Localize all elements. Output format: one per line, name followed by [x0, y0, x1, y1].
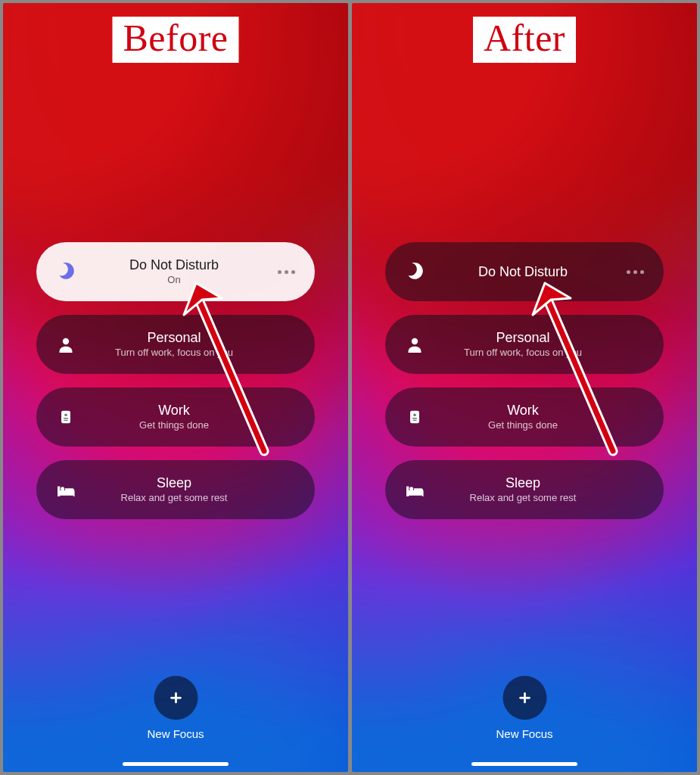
- focus-subtitle: On: [167, 275, 180, 286]
- focus-title: Do Not Disturb: [478, 264, 568, 280]
- focus-options-button[interactable]: [269, 270, 295, 274]
- person-icon: [402, 335, 428, 353]
- badge-icon: [402, 408, 428, 426]
- before-label: Before: [112, 17, 238, 63]
- new-focus[interactable]: New Focus: [496, 676, 552, 740]
- bed-icon: [402, 481, 428, 498]
- focus-item-personal[interactable]: Personal Turn off work, focus on you: [36, 315, 315, 374]
- svg-rect-13: [64, 418, 68, 419]
- plus-icon: [516, 689, 533, 706]
- home-indicator[interactable]: [123, 762, 229, 766]
- bed-icon: [53, 481, 79, 498]
- svg-rect-18: [412, 420, 417, 421]
- moon-icon: [402, 262, 428, 282]
- ellipsis-icon: [278, 270, 295, 274]
- focus-item-do-not-disturb[interactable]: Do Not Disturb: [385, 242, 664, 301]
- focus-mode-list: Do Not Disturb Personal Turn off work, f…: [385, 242, 664, 519]
- svg-point-16: [413, 413, 416, 416]
- focus-title: Personal: [147, 330, 201, 346]
- new-focus-button[interactable]: [154, 676, 198, 720]
- focus-item-personal[interactable]: Personal Turn off work, focus on you: [385, 315, 664, 374]
- focus-title: Sleep: [157, 475, 191, 491]
- focus-item-work[interactable]: Work Get things done: [385, 388, 664, 447]
- after-label: After: [473, 17, 576, 63]
- after-panel: After Do Not Disturb Personal Turn off w…: [352, 3, 697, 772]
- svg-rect-17: [412, 418, 417, 419]
- focus-subtitle: Get things done: [488, 420, 558, 431]
- focus-subtitle: Turn off work, focus on you: [464, 347, 582, 359]
- badge-icon: [53, 408, 79, 426]
- focus-subtitle: Get things done: [139, 420, 209, 431]
- focus-title: Personal: [496, 330, 549, 346]
- home-indicator[interactable]: [471, 762, 577, 766]
- plus-icon: [167, 689, 184, 706]
- new-focus-label: New Focus: [147, 727, 204, 740]
- focus-subtitle: Turn off work, focus on you: [115, 347, 233, 359]
- person-icon: [53, 335, 79, 353]
- ellipsis-icon: [627, 270, 644, 274]
- svg-rect-10: [61, 411, 70, 424]
- svg-rect-15: [410, 411, 419, 424]
- focus-subtitle: Relax and get some rest: [470, 493, 577, 504]
- focus-options-button[interactable]: [618, 270, 644, 274]
- focus-title: Sleep: [506, 475, 540, 491]
- focus-item-sleep[interactable]: Sleep Relax and get some rest: [36, 460, 315, 519]
- focus-item-do-not-disturb[interactable]: Do Not Disturb On: [36, 242, 315, 301]
- new-focus[interactable]: New Focus: [147, 676, 204, 740]
- svg-point-12: [64, 413, 67, 416]
- new-focus-button[interactable]: [502, 676, 546, 720]
- moon-icon: [53, 262, 79, 282]
- focus-mode-list: Do Not Disturb On Personal Turn off work…: [36, 242, 315, 519]
- focus-item-work[interactable]: Work Get things done: [36, 388, 315, 447]
- focus-subtitle: Relax and get some rest: [121, 493, 228, 504]
- new-focus-label: New Focus: [496, 727, 552, 740]
- focus-title: Do Not Disturb: [129, 257, 219, 273]
- focus-title: Work: [158, 403, 190, 419]
- before-panel: Before Do Not Disturb On Personal Turn o…: [3, 3, 348, 772]
- svg-rect-14: [64, 420, 68, 421]
- focus-title: Work: [507, 403, 539, 419]
- focus-item-sleep[interactable]: Sleep Relax and get some rest: [385, 460, 664, 519]
